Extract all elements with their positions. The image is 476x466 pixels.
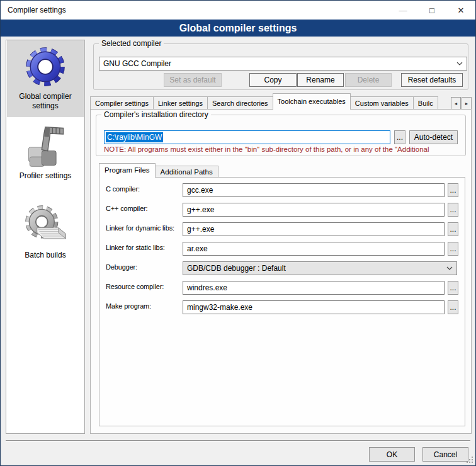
tab-scroll-arrows: ◄ ► [450, 97, 472, 110]
copy-button[interactable]: Copy [249, 73, 297, 87]
static-libs-linker-input[interactable]: ar.exe [183, 242, 445, 256]
close-button[interactable]: ✕ [446, 1, 475, 20]
main-content: Selected compiler GNU GCC Compiler Set a… [90, 40, 472, 434]
field-label: C compiler: [106, 185, 140, 193]
delete-button: Delete [345, 73, 392, 87]
sidebar-item-profiler-settings[interactable]: Profiler settings [7, 120, 84, 185]
c-compiler-browse-button[interactable]: ... [448, 183, 458, 197]
program-files-panel: C compiler: gcc.exe ... C++ compiler: g+… [99, 177, 465, 426]
sidebar-item-label: Profiler settings [7, 171, 84, 181]
selected-compiler-group: Selected compiler GNU GCC Compiler Set a… [93, 43, 468, 90]
resize-grip[interactable] [467, 457, 473, 463]
blue-gear-icon [21, 43, 69, 91]
sidebar-item-global-compiler-settings[interactable]: Global compiler settings [7, 40, 84, 117]
minimize-button[interactable]: — [388, 1, 417, 20]
footer-divider [6, 440, 470, 441]
tab-custom-variables[interactable]: Custom variables [350, 96, 414, 110]
chevron-down-icon [456, 62, 463, 65]
field-label: Linker for static libs: [106, 244, 165, 251]
compiler-settings-window: Compiler settings — □ ✕ Global compiler … [0, 0, 476, 466]
field-row-static-linker: Linker for static libs: ar.exe ... [99, 242, 465, 256]
cpp-compiler-browse-button[interactable]: ... [448, 203, 458, 217]
tab-additional-paths[interactable]: Additional Paths [155, 166, 218, 178]
tab-build-options-truncated[interactable]: Builc [413, 96, 438, 110]
install-dir-note: NOTE: All programs must exist either in … [104, 145, 464, 153]
make-program-browse-button[interactable]: ... [448, 300, 458, 314]
sidebar-item-label: Batch builds [7, 251, 84, 260]
tab-toolchain-executables[interactable]: Toolchain executables [273, 93, 351, 110]
window-title: Compiler settings [8, 6, 66, 14]
chevron-down-icon [446, 266, 453, 270]
reset-defaults-button[interactable]: Reset defaults [401, 73, 463, 87]
c-compiler-input[interactable]: gcc.exe [183, 183, 445, 197]
tab-compiler-settings[interactable]: Compiler settings [90, 96, 154, 110]
tab-program-files[interactable]: Program Files [99, 163, 156, 178]
caliper-icon [21, 122, 69, 170]
install-dir-input[interactable]: C:\raylib\MinGW [104, 130, 390, 144]
program-files-tabstrip: Program Files Additional Paths [99, 163, 218, 178]
maximize-button[interactable]: □ [417, 1, 446, 20]
selected-compiler-combobox[interactable]: GNU GCC Compiler [99, 57, 467, 71]
field-label: Debugger: [106, 263, 137, 271]
gear-stack-icon [21, 202, 69, 249]
tab-search-directories[interactable]: Search directories [207, 96, 273, 110]
page-title: Global compiler settings [179, 23, 297, 34]
window-controls: — □ ✕ [388, 1, 475, 20]
toolchain-executables-panel: Compiler's installation directory C:\ray… [90, 109, 472, 434]
field-label: Resource compiler: [106, 283, 164, 290]
sidebar: Global compiler settings Profiler settin… [6, 40, 85, 434]
field-row-cpp-compiler: C++ compiler: g++.exe ... [99, 203, 465, 217]
selected-compiler-value: GNU GCC Compiler [103, 59, 171, 68]
cpp-compiler-input[interactable]: g++.exe [183, 203, 445, 217]
set-as-default-button: Set as default [164, 73, 222, 87]
cancel-button[interactable]: Cancel [422, 447, 468, 462]
dialog-banner: Global compiler settings [1, 20, 475, 37]
field-row-dynamic-linker: Linker for dynamic libs: g++.exe ... [99, 222, 465, 236]
titlebar: Compiler settings — □ ✕ [1, 1, 475, 20]
resource-compiler-browse-button[interactable]: ... [448, 281, 458, 295]
dynamic-libs-linker-browse-button[interactable]: ... [448, 222, 458, 236]
auto-detect-button[interactable]: Auto-detect [409, 130, 458, 144]
group-legend: Selected compiler [99, 39, 164, 48]
resource-compiler-input[interactable]: windres.exe [183, 281, 445, 295]
tab-scroll-right-icon[interactable]: ► [462, 97, 472, 110]
field-row-c-compiler: C compiler: gcc.exe ... [99, 183, 465, 197]
field-row-make-program: Make program: mingw32-make.exe ... [99, 300, 465, 314]
make-program-input[interactable]: mingw32-make.exe [183, 300, 445, 314]
tab-linker-settings[interactable]: Linker settings [153, 96, 208, 110]
sidebar-item-label: Global compiler settings [7, 92, 84, 111]
field-row-debugger: Debugger: GDB/CDB debugger : Default [99, 261, 465, 275]
field-row-resource-compiler: Resource compiler: windres.exe ... [99, 281, 465, 295]
debugger-select[interactable]: GDB/CDB debugger : Default [183, 261, 457, 275]
main-tabstrip: Compiler settings Linker settings Search… [90, 93, 472, 110]
install-dir-browse-button[interactable]: ... [394, 130, 405, 144]
dynamic-libs-linker-input[interactable]: g++.exe [183, 222, 445, 236]
group-legend: Compiler's installation directory [101, 110, 211, 119]
field-label: C++ compiler: [106, 205, 148, 212]
tab-scroll-left-icon[interactable]: ◄ [451, 97, 461, 110]
install-dir-value: C:\raylib\MinGW [106, 132, 163, 142]
sidebar-item-batch-builds[interactable]: Batch builds [7, 199, 84, 264]
rename-button[interactable]: Rename [297, 73, 344, 87]
ok-button[interactable]: OK [369, 447, 415, 462]
static-libs-linker-browse-button[interactable]: ... [448, 242, 458, 256]
field-label: Linker for dynamic libs: [106, 224, 174, 232]
field-label: Make program: [106, 302, 151, 310]
installation-directory-group: Compiler's installation directory C:\ray… [96, 115, 466, 156]
debugger-value: GDB/CDB debugger : Default [187, 264, 286, 273]
